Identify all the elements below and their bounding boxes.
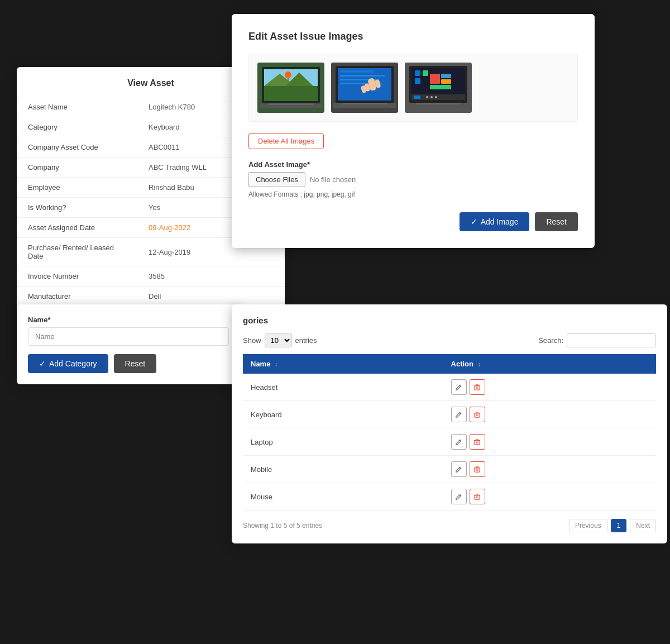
show-entries: Show 10 25 50 entries — [243, 333, 317, 347]
category-name-cell: Headset — [243, 374, 443, 401]
pagination: Previous 1 Next — [569, 519, 656, 532]
previous-page-button[interactable]: Previous — [569, 519, 607, 532]
svg-rect-34 — [415, 78, 420, 84]
next-page-button[interactable]: Next — [630, 519, 656, 532]
table-row: Keyboard — [243, 401, 656, 428]
delete-button[interactable] — [470, 461, 485, 477]
column-name: Name ↕ — [243, 354, 443, 374]
edit-images-title: Edit Asset Issue Images — [248, 31, 578, 42]
asset-field-label: Is Working? — [17, 198, 137, 218]
action-buttons — [451, 461, 648, 477]
category-name-group: Name* — [28, 316, 229, 354]
action-buttons — [451, 489, 648, 504]
edit-button[interactable] — [451, 407, 467, 422]
asset-field-label: Company Asset Code — [17, 137, 137, 158]
asset-field-label: Asset Name — [17, 97, 137, 117]
table-row: Mouse — [243, 483, 656, 511]
asset-field-label: Asset Assigned Date — [17, 218, 137, 238]
svg-rect-51 — [475, 468, 480, 471]
add-image-label: Add Asset Image* — [248, 160, 578, 169]
entries-select[interactable]: 10 25 50 — [265, 333, 292, 347]
showing-entries-text: Showing 1 to 5 of 5 entries — [243, 522, 322, 529]
svg-rect-10 — [269, 103, 313, 105]
svg-rect-39 — [430, 85, 451, 89]
table-row: Laptop — [243, 428, 656, 456]
asset-field-label: Company — [17, 158, 137, 178]
asset-detail-row: Invoice Number3585 — [17, 266, 285, 287]
action-buttons — [451, 407, 648, 422]
checkmark-icon-cat: ✓ — [39, 359, 46, 368]
asset-detail-row: ManufacturerDell — [17, 287, 285, 307]
no-file-text: No file chosen — [310, 175, 356, 184]
category-form-actions: ✓ Add Category Reset — [28, 354, 229, 373]
svg-rect-36 — [430, 74, 440, 84]
action-buttons — [451, 434, 648, 450]
search-input[interactable] — [567, 333, 656, 347]
asset-field-label: Invoice Number — [17, 266, 137, 287]
page-1-button[interactable]: 1 — [611, 519, 627, 532]
entries-label: entries — [295, 336, 317, 345]
choose-files-button[interactable]: Choose Files — [248, 172, 305, 187]
svg-rect-45 — [475, 413, 480, 417]
categories-table-section: gories Show 10 25 50 entries Search: Nam… — [232, 304, 667, 543]
category-action-cell — [443, 456, 656, 483]
asset-field-label: Category — [17, 117, 137, 137]
svg-rect-41 — [416, 103, 461, 104]
table-footer: Showing 1 to 5 of 5 entries Previous 1 N… — [243, 519, 656, 532]
category-name-cell: Mobile — [243, 456, 443, 483]
allowed-formats-text: Allowed Formats : jpg, png, jpeg, gif — [248, 190, 578, 198]
svg-rect-29 — [414, 96, 420, 99]
edit-button[interactable] — [451, 379, 467, 395]
delete-button[interactable] — [470, 407, 485, 422]
table-header-row: Name ↕ Action ↕ — [243, 354, 656, 374]
category-name-label: Name* — [28, 316, 229, 324]
svg-rect-14 — [340, 70, 374, 73]
add-category-button[interactable]: ✓ Add Category — [28, 354, 108, 373]
reset-button-edit[interactable]: Reset — [535, 212, 578, 231]
asset-field-value: 3585 — [137, 266, 285, 287]
delete-button[interactable] — [470, 379, 485, 395]
category-action-cell — [443, 483, 656, 511]
file-input-row: Choose Files No file chosen — [248, 172, 578, 187]
checkmark-icon: ✓ — [471, 217, 477, 226]
svg-rect-6 — [264, 86, 318, 101]
asset-field-label: Purchase/ Rented/ Leased Date — [17, 238, 137, 266]
svg-point-30 — [426, 96, 428, 98]
images-preview — [248, 54, 578, 122]
svg-point-7 — [285, 71, 291, 78]
table-header: Name ↕ Action ↕ — [243, 354, 656, 374]
asset-field-label: Manufacturer — [17, 287, 137, 307]
edit-button[interactable] — [451, 489, 467, 504]
add-category-label: Add Category — [49, 359, 97, 368]
add-image-button[interactable]: ✓ Add Image — [460, 212, 530, 231]
edit-images-card: Edit Asset Issue Images — [232, 14, 595, 248]
svg-rect-35 — [423, 70, 428, 76]
svg-point-32 — [435, 96, 437, 98]
delete-all-button[interactable]: Delete All Images — [248, 133, 324, 149]
categories-data-table: Name ↕ Action ↕ Headset — [243, 354, 656, 511]
add-image-form: Add Asset Image* Choose Files No file ch… — [248, 160, 578, 198]
delete-button[interactable] — [470, 489, 485, 504]
search-area: Search: — [538, 333, 656, 347]
edit-button[interactable] — [451, 461, 467, 477]
table-row: Headset — [243, 374, 656, 401]
show-label: Show — [243, 336, 261, 345]
edit-button[interactable] — [451, 434, 467, 450]
asset-field-value: Dell — [137, 287, 285, 307]
column-action: Action ↕ — [443, 354, 656, 374]
category-name-input[interactable] — [28, 327, 229, 346]
reset-button-category[interactable]: Reset — [114, 354, 157, 373]
categories-title: gories — [243, 316, 656, 325]
category-name-cell: Keyboard — [243, 401, 443, 428]
category-form-section: Name* ✓ Add Category Reset — [17, 304, 240, 384]
search-label: Search: — [538, 336, 563, 345]
add-image-label-btn: Add Image — [481, 217, 519, 226]
action-buttons — [451, 379, 648, 395]
asset-field-label: Employee — [17, 178, 137, 198]
svg-point-31 — [430, 96, 433, 98]
table-controls: Show 10 25 50 entries Search: — [243, 333, 656, 347]
svg-rect-48 — [475, 440, 480, 444]
category-action-cell — [443, 401, 656, 428]
category-action-cell — [443, 374, 656, 401]
delete-button[interactable] — [470, 434, 485, 450]
